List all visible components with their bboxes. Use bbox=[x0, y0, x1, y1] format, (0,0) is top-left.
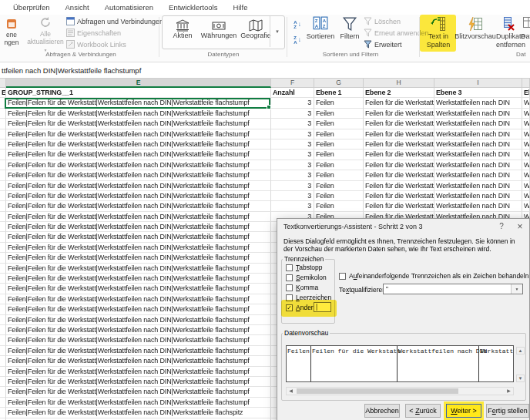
cell[interactable]: 3 bbox=[271, 201, 314, 211]
cell[interactable]: 3 bbox=[271, 98, 314, 108]
cell[interactable]: Werkstattfeilen nach DIN bbox=[434, 191, 522, 201]
dropdown-arrow-icon[interactable]: ▼ bbox=[511, 284, 522, 294]
cell[interactable] bbox=[0, 274, 6, 284]
cell[interactable]: Feilen für die Werkstatt bbox=[364, 160, 434, 170]
blitzvorschau-button[interactable]: Blitzvorschau bbox=[455, 15, 496, 50]
cell[interactable] bbox=[0, 253, 6, 263]
cell[interactable]: Feilen|Feilen für die Werkstatt|Werkstat… bbox=[6, 356, 271, 366]
checkbox-unchecked[interactable] bbox=[286, 294, 293, 301]
cell[interactable]: Feilen|Feilen für die Werkstatt|Werkstat… bbox=[6, 387, 271, 397]
cell[interactable]: Feilen bbox=[314, 181, 364, 191]
cell[interactable]: Ebene 2 bbox=[364, 88, 434, 98]
cell[interactable] bbox=[0, 109, 6, 119]
consecutive-checkbox[interactable] bbox=[339, 273, 346, 280]
cell[interactable]: Feilen bbox=[314, 119, 364, 129]
column-header-I[interactable]: I bbox=[434, 79, 522, 88]
cell[interactable]: Werkstattfeile flachstumpf bbox=[522, 181, 530, 191]
cell[interactable]: Feilen für die Werkstatt bbox=[364, 129, 434, 139]
cell[interactable]: Werkstattfeilen nach DIN bbox=[434, 150, 522, 160]
cell[interactable]: Feilen|Feilen für die Werkstatt|Werkstat… bbox=[6, 160, 271, 170]
cell[interactable]: E bbox=[0, 88, 6, 98]
datatype-aktien[interactable]: Aktien bbox=[166, 17, 200, 46]
cell[interactable] bbox=[0, 294, 6, 304]
cell[interactable]: Werkstattfeile flachstumpf bbox=[522, 150, 530, 160]
cell[interactable]: Werkstattfeile flachstumpf bbox=[522, 191, 530, 201]
cell[interactable]: Werkstattfeilen nach DIN bbox=[434, 201, 522, 211]
cell[interactable] bbox=[0, 387, 6, 397]
cell[interactable]: Feilen bbox=[314, 129, 364, 139]
data-preview-table[interactable]: FeilenFeilen für die WerkstattWerkstattf… bbox=[286, 345, 514, 382]
cell[interactable]: Werkstattfeile flachstumpf bbox=[522, 119, 530, 129]
cell[interactable]: Feilen|Feilen für die Werkstatt|Werkstat… bbox=[6, 129, 271, 139]
cell[interactable] bbox=[0, 150, 6, 160]
cell[interactable] bbox=[0, 129, 6, 139]
cell[interactable]: Feilen|Feilen für die Werkstatt|Werkstat… bbox=[6, 109, 271, 119]
cell[interactable]: Feilen|Feilen für die Werkstatt|Werkstat… bbox=[6, 294, 271, 304]
dialog-close-button[interactable]: × bbox=[511, 220, 529, 234]
cell[interactable]: Feilen|Feilen für die Werkstatt|Werkstat… bbox=[6, 232, 271, 242]
cell[interactable]: Feilen|Feilen für die Werkstatt|Werkstat… bbox=[6, 335, 271, 345]
cell[interactable]: Feilen|Feilen für die Werkstatt|Werkstat… bbox=[6, 315, 271, 325]
cell[interactable]: Feilen|Feilen für die Werkstatt|Werkstat… bbox=[6, 264, 271, 274]
finish-button[interactable]: Fertig stellen bbox=[486, 404, 529, 418]
cell[interactable] bbox=[0, 315, 6, 325]
cell[interactable]: Werkstattfeile flachstumpf bbox=[522, 160, 530, 170]
cell[interactable] bbox=[0, 222, 6, 232]
cell[interactable]: Feilen|Feilen für die Werkstatt|Werkstat… bbox=[6, 346, 271, 356]
cell[interactable] bbox=[0, 335, 6, 345]
preview-scroll-down-button[interactable]: ▼ bbox=[516, 375, 525, 382]
cell[interactable]: Feilen bbox=[314, 109, 364, 119]
cell[interactable]: 3 bbox=[271, 160, 314, 170]
cell[interactable] bbox=[0, 201, 6, 211]
cell[interactable]: Ebene 1 bbox=[314, 88, 364, 98]
column-header-clipped[interactable] bbox=[0, 79, 6, 88]
checkbox-checked[interactable]: ✓ bbox=[286, 304, 293, 311]
cell[interactable]: Werkstattfeilen nach DIN bbox=[434, 160, 522, 170]
clipped-date-button[interactable]: Date bbox=[521, 15, 530, 50]
cell[interactable] bbox=[0, 191, 6, 201]
cell[interactable]: Feilen|Feilen für die Werkstatt|Werkstat… bbox=[6, 150, 271, 160]
cell[interactable]: Werkstattfeile flachstumpf bbox=[522, 109, 530, 119]
preview-scroll-up-button[interactable]: ▲ bbox=[516, 347, 525, 354]
cell[interactable]: Feilen|Feilen für die Werkstatt|Werkstat… bbox=[6, 181, 271, 191]
other-delimiter-input[interactable]: | bbox=[314, 302, 331, 312]
cell[interactable]: Feilen bbox=[314, 170, 364, 180]
cell[interactable]: Feilen für die Werkstatt bbox=[364, 170, 434, 180]
cancel-button[interactable]: Abbrechen bbox=[364, 404, 400, 418]
cell[interactable]: Feilen für die Werkstatt bbox=[364, 119, 434, 129]
scrollbar-thumb[interactable] bbox=[297, 388, 458, 394]
cell[interactable]: Werkstattfeile flachstumpf bbox=[522, 98, 530, 108]
sort-az-button[interactable]: AZ↓ bbox=[290, 18, 304, 31]
column-header-clipped[interactable] bbox=[522, 79, 530, 88]
cell[interactable] bbox=[0, 367, 6, 377]
cell[interactable]: Feilen|Feilen für die Werkstatt|Werkstat… bbox=[6, 377, 271, 387]
queries-connections-button[interactable]: Abfragen und Verbindungen bbox=[66, 17, 163, 25]
gallery-more-button[interactable]: ▼ bbox=[270, 16, 284, 47]
cell[interactable]: Feilen|Feilen für die Werkstatt|Werkstat… bbox=[6, 191, 271, 201]
cell[interactable]: Anzahl bbox=[271, 88, 314, 98]
cell[interactable]: Feilen|Feilen für die Werkstatt|Werkstat… bbox=[6, 243, 271, 253]
cell[interactable]: Feilen bbox=[314, 160, 364, 170]
cell[interactable] bbox=[0, 212, 6, 222]
cell[interactable]: Feilen bbox=[314, 98, 364, 108]
cell[interactable]: GROUP_STRING__1 bbox=[6, 88, 271, 98]
cell[interactable]: Werkstattfeile flachstumpf bbox=[522, 170, 530, 180]
cell[interactable] bbox=[0, 264, 6, 274]
cell[interactable]: Feilen für die Werkstatt bbox=[364, 201, 434, 211]
menu-item-ansicht[interactable]: Ansicht bbox=[58, 3, 97, 12]
cell[interactable] bbox=[0, 325, 6, 335]
column-header-G[interactable]: G bbox=[314, 79, 364, 88]
cell[interactable]: Feilen für die Werkstatt bbox=[364, 150, 434, 160]
filtern-button[interactable]: Filtern bbox=[337, 15, 363, 50]
cell[interactable]: Feilen|Feilen für die Werkstatt|Werkstat… bbox=[6, 304, 271, 314]
cell[interactable]: 3 bbox=[271, 129, 314, 139]
menu-item-automatisieren[interactable]: Automatisieren bbox=[97, 3, 161, 12]
cell[interactable]: Feilen|Feilen für die Werkstatt|Werkstat… bbox=[6, 201, 271, 211]
cell[interactable]: Feilen|Feilen für die Werkstatt|Werkstat… bbox=[6, 98, 271, 108]
preview-horizontal-scrollbar[interactable]: ◀ ▶ bbox=[286, 387, 514, 395]
next-button[interactable]: Weiter > bbox=[446, 404, 481, 418]
cell[interactable]: Werkstattfeilen nach DIN bbox=[434, 119, 522, 129]
cell[interactable] bbox=[0, 119, 6, 129]
cell[interactable]: 3 bbox=[271, 170, 314, 180]
datatype-geografie[interactable]: Geografie bbox=[238, 17, 273, 46]
